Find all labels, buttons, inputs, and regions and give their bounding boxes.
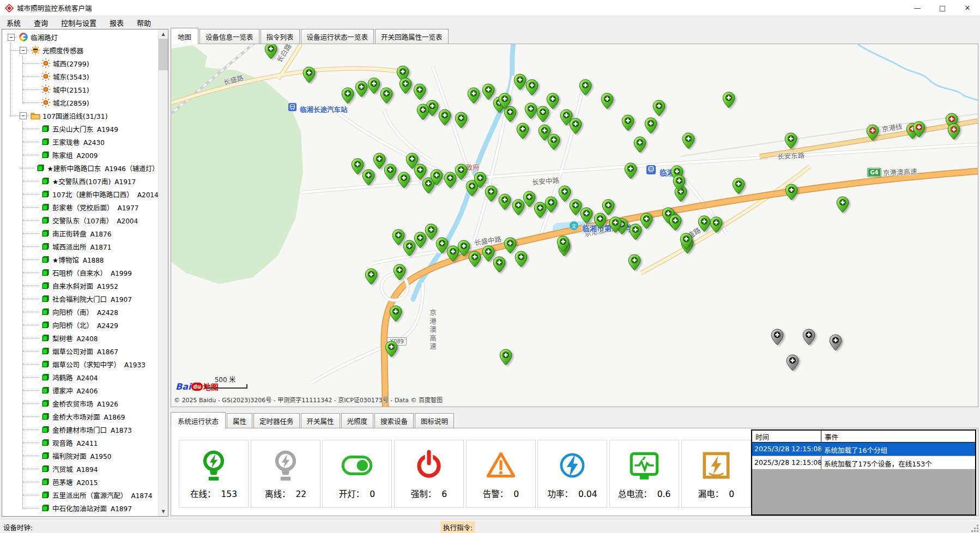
map-pin-online[interactable] <box>524 102 537 119</box>
status-tab-6[interactable]: 图标说明 <box>415 413 454 428</box>
map-pin-online[interactable] <box>601 93 614 110</box>
map-pin-online[interactable] <box>556 235 570 252</box>
map-pin-online[interactable] <box>455 163 468 180</box>
tree-item-device[interactable]: 芭茅塘A2015 <box>2 475 159 488</box>
map-pin-online[interactable] <box>498 193 511 210</box>
tree-item-device[interactable]: 社会福利院大门口A1907 <box>2 292 159 305</box>
map-pin-online[interactable] <box>682 132 695 149</box>
map-pin-online[interactable] <box>485 185 498 202</box>
map-pin-online[interactable] <box>303 66 316 83</box>
map-pin-offline[interactable] <box>829 334 842 351</box>
tree-item-device[interactable]: 陈家组A2009 <box>2 148 159 161</box>
tree-item-device[interactable]: 向阳桥（北）A2429 <box>2 318 159 331</box>
map-pin-online[interactable] <box>624 162 637 179</box>
map-pin-online[interactable] <box>546 93 559 110</box>
map-pin-online[interactable] <box>413 83 426 100</box>
device-tree[interactable]: 临湘路灯光照度传感器城西(2799)城东(3543)城中(2151)城北(285… <box>2 31 159 516</box>
map-tab-4[interactable]: 开关回路属性一览表 <box>375 29 449 44</box>
event-row[interactable]: 2025/3/28 12:15:08系统加载了16个分组 <box>752 443 975 456</box>
tree-item-device[interactable]: 金桥建材市场门口A1873 <box>2 423 159 436</box>
map-pin-online[interactable] <box>784 132 797 149</box>
status-tab-5[interactable]: 搜索设备 <box>374 413 414 428</box>
map-pin-online[interactable] <box>397 172 410 189</box>
tree-group-sensors[interactable]: 光照度传感器 <box>2 44 159 57</box>
map-pin-online[interactable] <box>698 215 711 232</box>
tree-item-sensor[interactable]: 城北(2859) <box>2 96 159 109</box>
map-pin-online[interactable] <box>644 117 657 134</box>
map-pin-online[interactable] <box>399 77 412 94</box>
map-pin-online[interactable] <box>545 196 558 213</box>
tree-scrollbar[interactable]: ▲ ▼ <box>158 29 168 516</box>
map-pin-online[interactable] <box>722 92 735 108</box>
map-pin-online[interactable] <box>380 87 393 104</box>
map-pin-offline[interactable] <box>786 354 799 371</box>
tree-item-device[interactable]: 汽贸城A1894 <box>2 462 159 475</box>
minimize-button[interactable]: — <box>905 0 930 16</box>
menu-item-帮助[interactable]: 帮助 <box>130 16 158 29</box>
map-pin-online[interactable] <box>732 178 745 195</box>
tree-group-road[interactable]: 107国道沿线(31/31) <box>2 109 159 122</box>
map-pin-online[interactable] <box>438 109 451 126</box>
scroll-up-icon[interactable]: ▲ <box>159 29 168 39</box>
map-pin-online[interactable] <box>640 213 653 229</box>
tree-item-device[interactable]: 谭家冲A2406 <box>2 384 159 397</box>
map-pin-online[interactable] <box>493 256 506 273</box>
map-pin-offline[interactable] <box>802 329 815 346</box>
map-pin-online[interactable] <box>785 184 798 201</box>
tree-item-sensor[interactable]: 城东(3543) <box>2 70 159 83</box>
map-pin-online[interactable] <box>362 169 375 186</box>
tree-item-device[interactable]: 鸿鹤路A2404 <box>2 371 159 384</box>
tree-item-sensor[interactable]: 城西(2799) <box>2 57 159 70</box>
tree-item-device[interactable]: 五尖山大门东A1949 <box>2 122 159 135</box>
map-pin-online[interactable] <box>393 264 406 281</box>
map-pin-online[interactable] <box>467 87 480 104</box>
scrollbar-thumb[interactable] <box>159 39 168 70</box>
map-pin-online[interactable] <box>365 268 378 285</box>
tree-item-device[interactable]: 城西派出所A1871 <box>2 240 159 253</box>
map-pin-offline[interactable] <box>771 329 784 346</box>
close-button[interactable]: ✕ <box>955 0 980 16</box>
map-pin-online[interactable] <box>569 118 582 135</box>
map-pin-online[interactable] <box>455 112 468 129</box>
map-pin-online[interactable] <box>468 251 481 268</box>
status-tab-4[interactable]: 光照度 <box>341 413 374 428</box>
map-pin-online[interactable] <box>836 196 849 213</box>
map-pin-online[interactable] <box>384 163 397 180</box>
tree-item-device[interactable]: 向阳桥（南）A2428 <box>2 305 159 318</box>
tree-expander-icon[interactable] <box>20 112 27 119</box>
tree-item-device[interactable]: 自来水斜对面A1952 <box>2 279 159 292</box>
map-pin-online[interactable] <box>416 104 429 120</box>
map-tab-3[interactable]: 设备运行状态一览表 <box>301 29 374 44</box>
map-pin-online[interactable] <box>264 44 277 59</box>
tree-item-device[interactable]: 金桥大市场对面A1869 <box>2 410 159 423</box>
status-tab-2[interactable]: 定时器任务 <box>253 413 300 428</box>
map-pin-online[interactable] <box>580 207 593 224</box>
map-tab-1[interactable]: 设备信息一览表 <box>199 29 259 44</box>
menu-item-控制与设置[interactable]: 控制与设置 <box>55 16 103 29</box>
menu-item-报表[interactable]: 报表 <box>103 16 130 29</box>
status-tab-0[interactable]: 系统运行状态 <box>171 412 226 428</box>
tree-expander-icon[interactable] <box>8 34 15 41</box>
tree-root[interactable]: 临湘路灯 <box>2 31 159 44</box>
map-pin-online[interactable] <box>669 214 682 231</box>
map-pin-online[interactable] <box>621 114 634 131</box>
tree-item-sensor[interactable]: 城中(2151) <box>2 83 159 96</box>
tree-item-device[interactable]: 107北（建新中路路口西）A2014 <box>2 187 159 201</box>
map-canvas[interactable]: 长白路长盛路长安中路长安东路长盛中路京港澳高速京港澳高速京港线长盛路京港澳高速临… <box>171 44 978 407</box>
map-tab-0[interactable]: 地图 <box>171 28 198 44</box>
tree-item-device[interactable]: 中石化加油站对面A1897 <box>2 501 159 514</box>
tree-item-device[interactable]: 烟草公司（求知中学）A1933 <box>2 358 159 371</box>
map-pin-online[interactable] <box>385 341 398 358</box>
map-pin-online[interactable] <box>367 77 380 94</box>
tree-item-device[interactable]: 石咀桥（自来水）A1999 <box>2 266 159 279</box>
tree-item-device[interactable]: ★交警队西(107南)A1917 <box>2 174 159 187</box>
map-pin-online[interactable] <box>341 87 354 104</box>
map-pin-online[interactable] <box>673 174 686 191</box>
map-pin-online[interactable] <box>652 100 666 117</box>
map-pin-online[interactable] <box>609 216 622 233</box>
map-pin-online[interactable] <box>513 74 527 90</box>
status-tab-3[interactable]: 开关属性 <box>301 413 340 428</box>
map-pin-online[interactable] <box>680 233 693 250</box>
map-pin-online[interactable] <box>498 93 511 110</box>
scroll-down-icon[interactable]: ▼ <box>159 507 168 516</box>
